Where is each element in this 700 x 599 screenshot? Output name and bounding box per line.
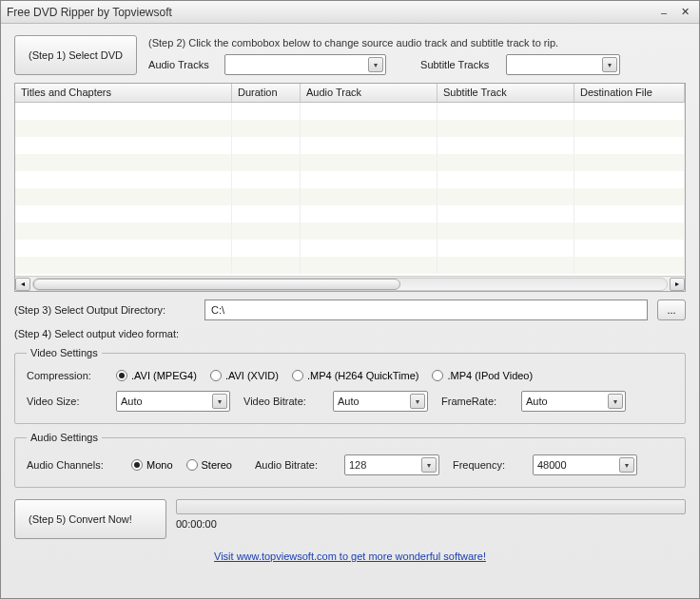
- chevron-down-icon: ▾: [421, 457, 437, 473]
- step4-label: (Step 4) Select output video format:: [14, 328, 686, 339]
- titles-grid[interactable]: Titles and Chapters Duration Audio Track…: [14, 83, 686, 292]
- audio-tracks-label: Audio Tracks: [148, 59, 217, 70]
- chevron-down-icon: ▾: [608, 394, 623, 409]
- frequency-label: Frequency:: [453, 459, 519, 471]
- progress-time: 00:00:00: [176, 518, 686, 530]
- video-settings-legend: Video Settings: [27, 347, 102, 358]
- chevron-down-icon: ▾: [212, 394, 227, 409]
- radio-mono[interactable]: Mono: [131, 459, 173, 471]
- col-duration[interactable]: Duration: [232, 84, 301, 102]
- close-button[interactable]: ✕: [676, 6, 693, 19]
- client-area: (Step 1) Select DVD (Step 2) Click the c…: [1, 24, 699, 598]
- frequency-combo[interactable]: 48000▾: [533, 454, 637, 475]
- minimize-button[interactable]: –: [655, 6, 672, 19]
- col-titles[interactable]: Titles and Chapters: [15, 84, 232, 102]
- audio-bitrate-combo[interactable]: 128▾: [344, 454, 439, 475]
- scroll-right-icon[interactable]: ▸: [670, 278, 685, 291]
- app-window: Free DVD Ripper by Topviewsoft – ✕ (Step…: [0, 0, 700, 599]
- titlebar: Free DVD Ripper by Topviewsoft – ✕: [1, 1, 699, 24]
- horizontal-scrollbar[interactable]: ◂ ▸: [15, 276, 685, 291]
- framerate-label: FrameRate:: [441, 396, 508, 407]
- radio-mp4-ipod[interactable]: .MP4 (IPod Video): [432, 370, 533, 381]
- video-size-combo[interactable]: Auto▾: [116, 391, 230, 412]
- col-audio[interactable]: Audio Track: [301, 84, 438, 102]
- progress-bar: [176, 499, 686, 514]
- video-settings-group: Video Settings Compression: .AVI (MPEG4)…: [14, 347, 686, 424]
- audio-settings-legend: Audio Settings: [27, 432, 102, 443]
- col-subtitle[interactable]: Subtitle Track: [438, 84, 574, 102]
- grid-header: Titles and Chapters Duration Audio Track…: [15, 84, 685, 103]
- video-bitrate-label: Video Bitrate:: [243, 396, 320, 407]
- radio-avi-xvid[interactable]: .AVI (XVID): [210, 370, 279, 381]
- chevron-down-icon: ▾: [410, 394, 425, 409]
- audio-settings-group: Audio Settings Audio Channels: Mono Ster…: [14, 432, 686, 488]
- browse-button[interactable]: ...: [657, 300, 686, 320]
- audio-bitrate-label: Audio Bitrate:: [255, 459, 331, 471]
- radio-stereo[interactable]: Stereo: [186, 459, 232, 471]
- convert-now-button[interactable]: (Step 5) Convert Now!: [14, 499, 166, 539]
- subtitle-tracks-label: Subtitle Tracks: [420, 59, 498, 70]
- step3-label: (Step 3) Select Output Directory:: [14, 304, 195, 316]
- output-directory-input[interactable]: [204, 300, 648, 320]
- video-bitrate-combo[interactable]: Auto▾: [333, 391, 428, 412]
- window-title: Free DVD Ripper by Topviewsoft: [7, 6, 651, 19]
- step2-instruction: (Step 2) Click the combobox below to cha…: [148, 37, 686, 48]
- framerate-combo[interactable]: Auto▾: [521, 391, 626, 412]
- radio-mp4-h264[interactable]: .MP4 (H264 QuickTime): [292, 370, 419, 381]
- subtitle-tracks-combo[interactable]: ▾: [506, 54, 620, 75]
- radio-avi-mpeg4[interactable]: .AVI (MPEG4): [116, 370, 197, 381]
- audio-tracks-combo[interactable]: ▾: [224, 54, 386, 75]
- chevron-down-icon: ▾: [619, 457, 634, 473]
- chevron-down-icon: ▾: [602, 57, 617, 72]
- grid-body: [15, 103, 685, 276]
- audio-channels-label: Audio Channels:: [27, 459, 118, 471]
- footer-link[interactable]: Visit www.topviewsoft.com to get more wo…: [14, 551, 686, 562]
- select-dvd-button[interactable]: (Step 1) Select DVD: [14, 35, 137, 75]
- compression-label: Compression:: [27, 370, 103, 381]
- video-size-label: Video Size:: [27, 396, 103, 407]
- scroll-thumb[interactable]: [33, 279, 400, 290]
- col-destination[interactable]: Destination File: [574, 84, 685, 102]
- scroll-left-icon[interactable]: ◂: [15, 278, 30, 291]
- chevron-down-icon: ▾: [368, 57, 383, 72]
